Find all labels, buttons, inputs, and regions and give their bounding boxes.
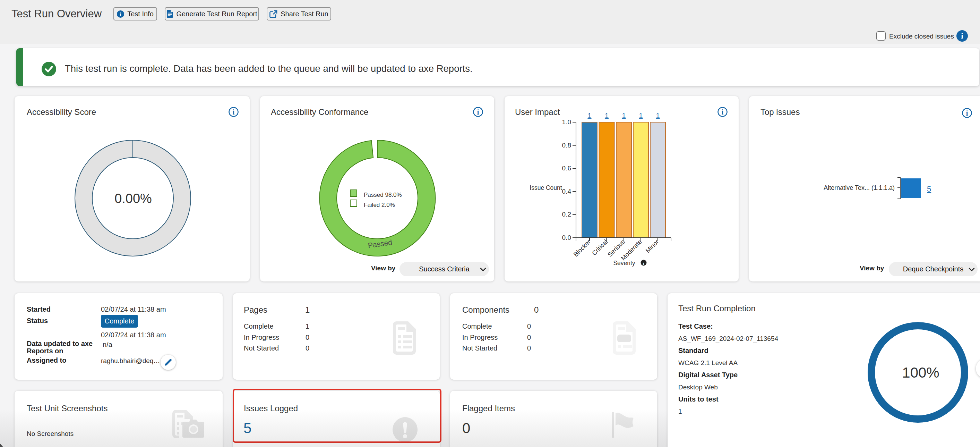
svg-text:100%: 100% [902, 364, 939, 381]
svg-text:0.4: 0.4 [562, 188, 571, 195]
svg-text:Failed 2.0%: Failed 2.0% [364, 202, 395, 208]
svg-text:Alternative Tex... (1.1.1.a): Alternative Tex... (1.1.1.a) [824, 184, 895, 191]
svg-text:1.0: 1.0 [562, 118, 571, 126]
svg-text:Critical: Critical [590, 238, 609, 257]
svg-text:0.00%: 0.00% [115, 191, 152, 206]
svg-text:1: 1 [639, 112, 643, 120]
svg-text:0.6: 0.6 [562, 164, 571, 172]
svg-text:i: i [961, 31, 963, 40]
svg-text:0.8: 0.8 [562, 142, 571, 149]
svg-text:0.0: 0.0 [562, 234, 571, 241]
svg-text:1: 1 [656, 112, 660, 120]
svg-text:0.2: 0.2 [562, 211, 571, 218]
svg-text:Issue Count: Issue Count [530, 184, 562, 191]
svg-text:Severity: Severity [613, 260, 635, 267]
svg-text:Blocker: Blocker [572, 238, 592, 258]
svg-text:1: 1 [605, 112, 609, 120]
svg-text:1: 1 [587, 112, 591, 120]
svg-text:i: i [120, 11, 122, 17]
svg-text:1: 1 [622, 112, 625, 120]
svg-text:Passed 98.0%: Passed 98.0% [364, 192, 402, 198]
svg-text:5: 5 [927, 185, 931, 193]
